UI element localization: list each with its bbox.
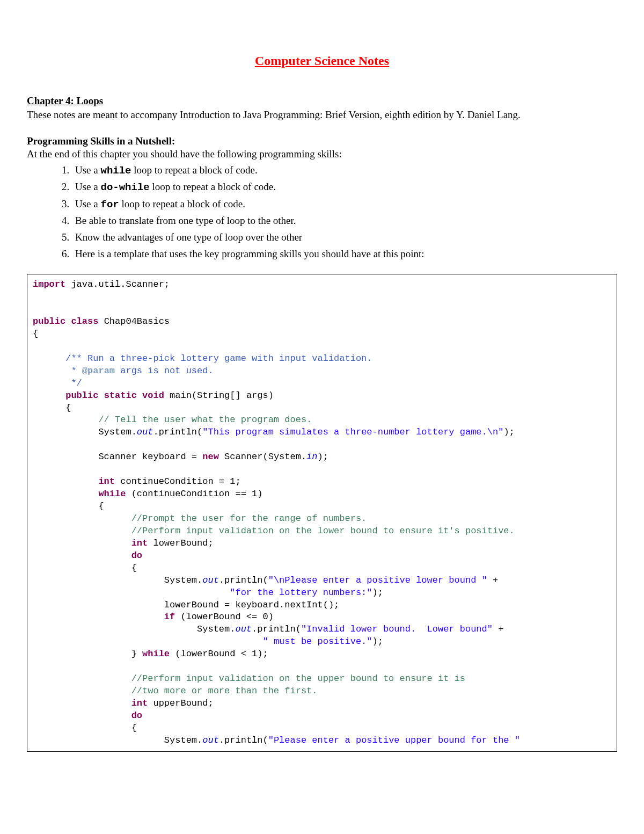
code-block: import java.util.Scanner; public class C… bbox=[27, 274, 617, 752]
section-heading: Programming Skills in a Nutshell: bbox=[27, 135, 617, 147]
list-item: Use a for loop to repeat a block of code… bbox=[72, 197, 617, 212]
list-item: Be able to translate from one type of lo… bbox=[72, 214, 617, 228]
document-page: Computer Science Notes Chapter 4: Loops … bbox=[0, 0, 644, 779]
intro-paragraph: These notes are meant to accompany Intro… bbox=[27, 108, 617, 122]
section-intro: At the end of this chapter you should ha… bbox=[27, 148, 617, 160]
chapter-heading: Chapter 4: Loops bbox=[27, 95, 617, 107]
skills-list: Use a while loop to repeat a block of co… bbox=[27, 163, 617, 262]
list-item: Here is a template that uses the key pro… bbox=[72, 247, 617, 262]
list-item: Know the advantages of one type of loop … bbox=[72, 230, 617, 245]
document-title: Computer Science Notes bbox=[27, 54, 617, 68]
list-item: Use a do-while loop to repeat a block of… bbox=[72, 180, 617, 195]
list-item: Use a while loop to repeat a block of co… bbox=[72, 163, 617, 178]
